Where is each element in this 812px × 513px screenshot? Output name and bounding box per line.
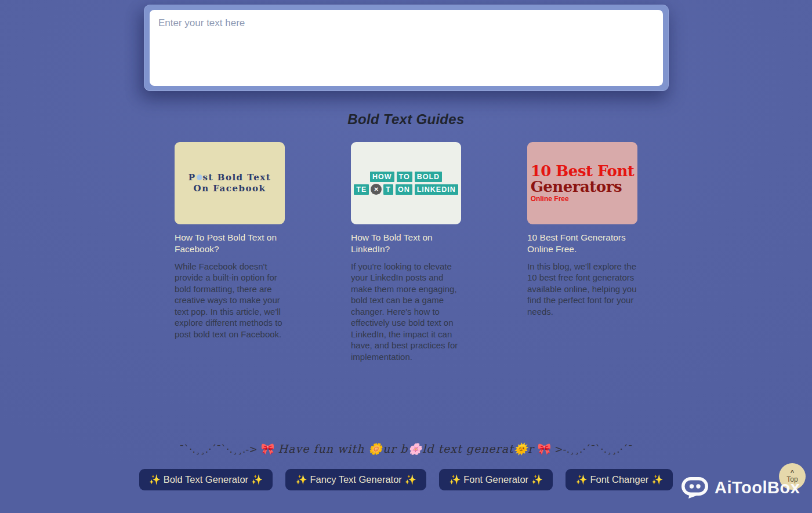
decorative-tagline: ¯`·.¸¸.·´¯`·.¸¸.-> 🎀 Have fun with 🌼ur b… [0,442,812,456]
flourish-right: >-.¸¸.·´¯`·.¸¸.·´¯ [554,443,633,455]
guide-card-title-link[interactable]: 10 Best Font Generators Online Free. [527,232,637,255]
guide-card-description: If you're looking to elevate your Linked… [351,261,461,363]
guide-card-title-link[interactable]: How To Post Bold Text on Facebook? [175,232,285,255]
bow-emoji-left: 🎀 [261,442,275,455]
thumbnail-text-line: HOW TO BOLD [369,172,443,182]
font-generators-thumbnail[interactable]: 10 Best Font Generators Online Free [527,142,637,224]
guide-cards: Pst Bold Text On Facebook How To Post Bo… [175,142,637,362]
text-editor-frame [144,5,669,91]
guide-card-fontgenerators: 10 Best Font Generators Online Free 10 B… [527,142,637,362]
close-x-icon: ✕ [371,184,382,195]
font-changer-button[interactable]: ✨ Font Changer ✨ [566,469,673,490]
thumbnail-text-block: 10 Best Font Generators Online Free [531,163,635,203]
bow-emoji-right: 🎀 [538,442,552,455]
flourish-left: ¯`·.¸¸.·´¯`·.¸¸.-> [179,443,258,455]
facebook-guide-thumbnail[interactable]: Pst Bold Text On Facebook [175,142,285,224]
thumbnail-text-line: Pst Bold Text [188,172,271,183]
brand-logo[interactable]: AiToolBox [681,475,800,501]
thumbnail-text-line: On Facebook [194,183,266,194]
guide-card-linkedin: HOW TO BOLD TE ✕ T ON LINKEDIN How To Bo… [351,142,461,362]
guides-section-title: Bold Text Guides [0,111,812,128]
brand-name: AiToolBox [715,478,800,497]
font-generator-button[interactable]: ✨ Font Generator ✨ [439,469,553,490]
guide-card-description: While Facebook doesn't provide a built-i… [175,261,285,340]
guide-card-facebook: Pst Bold Text On Facebook How To Post Bo… [175,142,285,362]
robot-chat-icon [681,475,709,501]
linkedin-guide-thumbnail[interactable]: HOW TO BOLD TE ✕ T ON LINKEDIN [351,142,461,224]
bold-text-generator-button[interactable]: ✨ Bold Text Generator ✨ [139,469,273,490]
thumbnail-text-line: TE ✕ T ON LINKEDIN [353,184,459,195]
guide-card-title-link[interactable]: How To Bold Text on LinkedIn? [351,232,461,255]
text-input[interactable] [150,10,663,86]
tagline-text: Have fun with 🌼ur b🌸ld text generat🌞r [278,442,534,455]
guide-card-description: In this blog, we'll explore the 10 best … [527,261,637,318]
facebook-o-icon [197,174,202,180]
fancy-text-generator-button[interactable]: ✨ Fancy Text Generator ✨ [285,469,426,490]
